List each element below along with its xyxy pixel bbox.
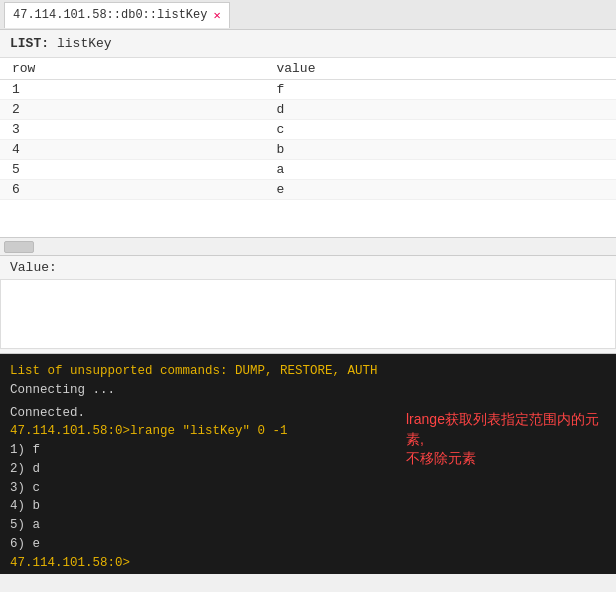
console-next-prompt-text: 47.114.101.58:0>	[10, 556, 130, 570]
col-header-value: value	[264, 58, 616, 80]
data-table: row value 1f2d3c4b5a6e	[0, 58, 616, 200]
console-warning-line: List of unsupported commands: DUMP, REST…	[10, 362, 606, 381]
data-table-container: row value 1f2d3c4b5a6e	[0, 58, 616, 238]
value-label: Value:	[0, 256, 616, 279]
list-label: LIST:	[10, 36, 49, 51]
console-prompt-text: 47.114.101.58:0>lrange "listKey" 0 -1	[10, 424, 288, 438]
table-cell-value: e	[264, 180, 616, 200]
tab-bar: 47.114.101.58::db0::listKey ✕	[0, 0, 616, 30]
list-key-value: listKey	[57, 36, 112, 51]
value-section: Value:	[0, 256, 616, 354]
table-row[interactable]: 3c	[0, 120, 616, 140]
annotation-text: lrange获取列表指定范围内的元素,不移除元素	[406, 411, 599, 466]
table-cell-value: b	[264, 140, 616, 160]
table-row[interactable]: 1f	[0, 80, 616, 100]
horizontal-scrollbar[interactable]	[0, 238, 616, 256]
table-cell-value: c	[264, 120, 616, 140]
table-cell-row: 2	[0, 100, 264, 120]
tab-label: 47.114.101.58::db0::listKey	[13, 8, 207, 22]
console-output-line: 6) e	[10, 535, 606, 554]
table-row[interactable]: 5a	[0, 160, 616, 180]
console-area: List of unsupported commands: DUMP, REST…	[0, 354, 616, 574]
table-header-row: row value	[0, 58, 616, 80]
table-cell-row: 4	[0, 140, 264, 160]
table-cell-row: 6	[0, 180, 264, 200]
value-textarea[interactable]	[0, 279, 616, 349]
scrollbar-thumb[interactable]	[4, 241, 34, 253]
table-cell-row: 1	[0, 80, 264, 100]
table-row[interactable]: 2d	[0, 100, 616, 120]
table-row[interactable]: 6e	[0, 180, 616, 200]
console-connected-text: Connected.	[10, 406, 85, 420]
console-output-line: 3) c	[10, 479, 606, 498]
table-cell-value: d	[264, 100, 616, 120]
console-connecting-line: Connecting ...	[10, 381, 606, 400]
table-row[interactable]: 4b	[0, 140, 616, 160]
list-label-row: LIST: listKey	[0, 30, 616, 58]
table-cell-row: 5	[0, 160, 264, 180]
console-output-line: 4) b	[10, 497, 606, 516]
col-header-row: row	[0, 58, 264, 80]
console-annotation: lrange获取列表指定范围内的元素,不移除元素	[406, 410, 606, 469]
table-cell-row: 3	[0, 120, 264, 140]
table-cell-value: a	[264, 160, 616, 180]
console-output-line: 5) a	[10, 516, 606, 535]
tab-listkey[interactable]: 47.114.101.58::db0::listKey ✕	[4, 2, 230, 28]
console-next-prompt: 47.114.101.58:0>	[10, 554, 606, 573]
table-cell-value: f	[264, 80, 616, 100]
tab-close-icon[interactable]: ✕	[213, 8, 220, 23]
